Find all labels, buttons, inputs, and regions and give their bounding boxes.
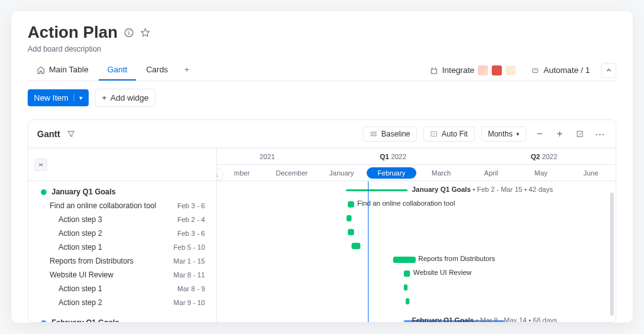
svg-point-1 <box>128 30 130 31</box>
tab-label: Gantt <box>108 65 128 74</box>
task-row[interactable]: Action step 1Mar 8 - 9 <box>28 282 216 296</box>
today-indicator <box>368 181 369 322</box>
star-icon[interactable] <box>140 28 150 38</box>
svg-rect-7 <box>371 135 376 136</box>
zoom-in-button[interactable]: + <box>553 127 567 141</box>
month-label[interactable]: February <box>367 167 416 179</box>
gantt-bar[interactable] <box>393 257 416 263</box>
task-row[interactable]: Action step 2Feb 3 - 6 <box>28 226 216 240</box>
autofit-button[interactable]: Auto Fit <box>423 126 474 142</box>
integrate-icon <box>430 66 438 75</box>
row-name: Action step 3 <box>58 215 102 224</box>
row-name: Action step 2 <box>58 229 102 238</box>
timeline-row <box>217 294 616 308</box>
month-label[interactable]: May <box>516 165 566 181</box>
export-button[interactable] <box>573 127 587 141</box>
gantt-bar[interactable] <box>406 298 409 304</box>
group-color-dot <box>41 189 47 195</box>
filter-icon[interactable] <box>67 130 75 138</box>
row-name: Website UI Review <box>50 270 113 279</box>
group-row[interactable]: February Q1 Goals <box>28 316 216 322</box>
bar-label: Website UI Review <box>413 269 472 276</box>
integrate-button[interactable]: Integrate <box>426 63 519 78</box>
gantt-timeline[interactable]: ‹ 2021Q1 2022Q2 2022 mberDecemberJanuary… <box>217 148 616 322</box>
month-label[interactable]: December <box>267 165 316 181</box>
collapse-all-button[interactable] <box>35 159 47 171</box>
row-name: Reports from Distributors <box>50 257 133 265</box>
gantt-bar[interactable] <box>404 284 408 291</box>
bar-label: Reports from Distributors <box>418 255 495 262</box>
baseline-icon <box>370 130 377 138</box>
tab-gantt[interactable]: Gantt <box>99 60 136 81</box>
autofit-icon <box>430 130 438 138</box>
gantt-bar[interactable] <box>352 243 360 249</box>
svg-point-5 <box>536 70 536 70</box>
group-row[interactable]: January Q1 Goals <box>28 185 216 199</box>
gantt-bar[interactable] <box>404 270 410 277</box>
month-label[interactable]: June <box>566 165 616 181</box>
home-icon <box>36 65 45 74</box>
chevron-up-icon <box>606 67 612 74</box>
timeline-row: Reports from Distributors <box>217 253 616 267</box>
svg-rect-2 <box>128 32 129 35</box>
automate-button[interactable]: Automate / 1 <box>527 63 594 77</box>
zoom-select[interactable]: Months ▾ <box>481 126 526 142</box>
gantt-bar[interactable] <box>346 189 408 191</box>
board-description[interactable]: Add board description <box>28 45 616 53</box>
gantt-tasklist: January Q1 GoalsFind an online collabora… <box>28 148 217 322</box>
integration-apps <box>478 65 516 75</box>
zoom-out-button[interactable]: − <box>533 127 547 141</box>
month-label[interactable]: January <box>317 165 367 181</box>
task-row[interactable]: Action step 3Feb 2 - 4 <box>28 213 216 226</box>
task-row[interactable]: Reports from DistributorsMar 1 - 15 <box>28 254 216 268</box>
svg-point-4 <box>534 70 535 70</box>
month-label[interactable]: mber <box>217 165 267 181</box>
bar-label: Find an online collaboration tool <box>357 199 455 207</box>
new-item-button[interactable]: New Item ▾ <box>28 89 89 106</box>
row-date: Feb 2 - 4 <box>177 216 216 223</box>
svg-rect-6 <box>371 132 376 133</box>
gantt-bar[interactable] <box>348 201 354 208</box>
row-name: Action step 2 <box>58 298 102 307</box>
bar-meta-label: January Q1 Goals • Feb 2 - Mar 15 • 42 d… <box>412 186 553 193</box>
add-widget-button[interactable]: + Add widge <box>95 89 155 107</box>
row-date: Mar 1 - 15 <box>174 257 216 265</box>
timeline-row: Website UI Review <box>217 267 616 281</box>
task-row[interactable]: Action step 2Mar 9 - 10 <box>28 296 216 309</box>
row-date: Feb 5 - 10 <box>174 243 216 251</box>
bar-meta-label: February Q1 Goals • Mar 8 - May 14 • 68 … <box>412 316 557 322</box>
expand-button[interactable] <box>601 63 616 78</box>
year-label: 2021 <box>217 148 318 164</box>
month-label[interactable]: April <box>466 165 516 181</box>
more-button[interactable]: ⋯ <box>593 127 607 141</box>
gantt-bar[interactable] <box>347 215 352 221</box>
robot-icon <box>531 66 540 75</box>
scrollbar[interactable] <box>610 192 614 316</box>
task-row <box>28 309 216 316</box>
row-name: February Q1 Goals <box>52 318 119 322</box>
panel-title: Gantt <box>37 129 60 139</box>
add-tab-button[interactable]: + <box>178 60 196 81</box>
tab-label: Cards <box>146 65 168 74</box>
group-color-dot <box>41 320 47 323</box>
app-icon-3 <box>506 65 516 75</box>
svg-rect-9 <box>577 131 582 136</box>
row-date: Feb 3 - 6 <box>177 230 216 237</box>
chevron-down-icon[interactable]: ▾ <box>74 94 82 101</box>
gantt-bar[interactable] <box>348 229 354 235</box>
timeline-row <box>217 211 616 225</box>
baseline-button[interactable]: Baseline <box>363 126 417 142</box>
row-date: Feb 3 - 6 <box>177 202 216 209</box>
task-row[interactable]: Website UI ReviewMar 8 - 11 <box>28 268 216 282</box>
tab-main-table[interactable]: Main Table <box>28 60 97 81</box>
timeline-row <box>217 281 616 294</box>
export-icon <box>575 130 584 138</box>
task-row[interactable]: Find an online collaboration toolFeb 3 -… <box>28 199 216 213</box>
info-icon[interactable] <box>124 28 134 38</box>
year-label: Q2 2022 <box>469 148 616 164</box>
task-row[interactable]: Action step 1Feb 5 - 10 <box>28 240 216 254</box>
tab-cards[interactable]: Cards <box>137 60 177 81</box>
month-label[interactable]: March <box>416 165 466 181</box>
board-title: Action Plan <box>28 23 118 42</box>
timeline-row: Find an online collaboration tool <box>217 198 616 211</box>
